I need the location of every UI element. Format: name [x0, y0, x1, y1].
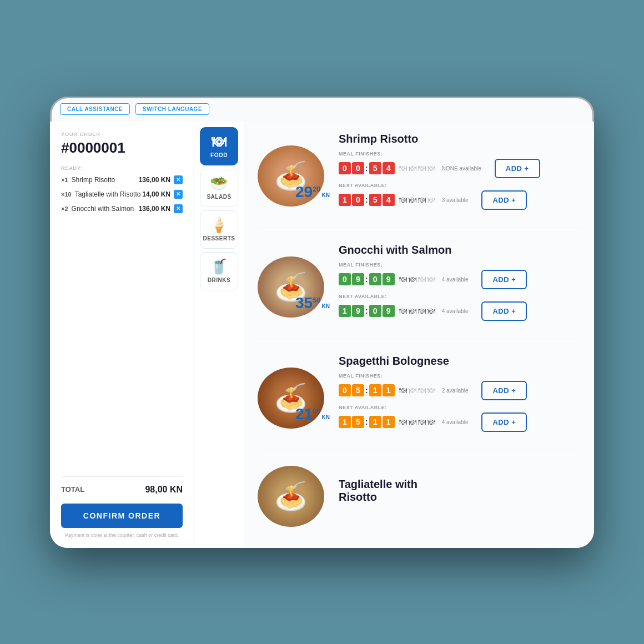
total-label: TOTAL	[61, 485, 84, 494]
menu-item-name: Gnocchi with Salmon	[339, 244, 581, 256]
category-drinks-label: DRINKS	[208, 277, 230, 283]
order-item: ×1 Shrimp Risotto 136,00 KN ✕	[61, 175, 183, 184]
menu-item-name: Shrimp Risotto	[339, 133, 581, 145]
time-d3: 0	[369, 305, 381, 317]
category-desserts[interactable]: 🍦 DESSERTS	[200, 210, 238, 249]
food-image-shrimp: 🍝 2920KN	[258, 145, 330, 201]
avail-row-next: 1 0 : 5 4 🍽 🍽 🍽 🍽	[339, 194, 468, 206]
menu-info-spaghetti: Spagetthi Bolognese MEAL FINISHES: 0 5 :…	[339, 355, 581, 436]
item-price: 136,00 KN	[139, 205, 170, 213]
time-d1: 1	[339, 194, 351, 206]
seat-1: 🍽	[399, 195, 407, 204]
seat-4: 🍽	[427, 417, 435, 426]
item-price: 14,00 KN	[142, 190, 170, 198]
current-avail-count: NONE available	[442, 165, 481, 172]
add-spaghetti-next-button[interactable]: ADD +	[481, 412, 527, 432]
seat-4: 🍽	[427, 195, 435, 204]
seat-2: 🍽	[409, 417, 416, 426]
avail-row-current: 0 9 : 0 9 🍽 🍽 🍽 🍽	[339, 273, 468, 285]
time-d3: 0	[369, 273, 381, 285]
food-image-tagliatelle: 🍝	[258, 466, 330, 521]
current-availability: MEAL FINISHES: 0 0 : 5 4	[339, 151, 581, 178]
time-d2: 0	[352, 162, 364, 174]
divider	[61, 476, 183, 477]
current-avail-count: 4 available	[442, 276, 469, 283]
food-photo-tagliatelle: 🍝	[258, 466, 324, 527]
category-desserts-label: DESSERTS	[203, 235, 235, 242]
add-shrimp-next-button[interactable]: ADD +	[481, 190, 527, 210]
seat-2: 🍽	[409, 164, 416, 173]
food-price-spaghetti: 2190KN	[295, 406, 330, 422]
current-avail-count: 2 available	[442, 388, 469, 394]
next-avail-row: 1 9 : 0 9 🍽 🍽 🍽 🍽	[339, 301, 581, 321]
remove-item-button[interactable]: ✕	[174, 190, 183, 199]
switch-language-button[interactable]: SWITCH LANGUAGE	[135, 103, 209, 115]
seat-icons-current: 🍽 🍽 🍽 🍽	[399, 275, 435, 284]
order-number: #0000001	[61, 139, 183, 157]
menu-item-gnocchi: 🍝 3550KN Gnocchi with Salmon MEAL FINISH…	[258, 244, 581, 339]
current-avail-row: 0 0 : 5 4 🍽 🍽 🍽 🍽	[339, 159, 581, 178]
avail-row-next: 1 5 : 1 1 🍽 🍽 🍽 🍽	[339, 416, 468, 428]
time-d3: 5	[369, 194, 381, 206]
category-salads[interactable]: 🥗 SALADS	[200, 169, 238, 207]
item-name: Gnocchi with Salmon	[72, 205, 139, 213]
time-d4: 9	[383, 273, 395, 285]
main-area: YOUR ORDER #0000001 READY: ×1 Shrimp Ris…	[50, 122, 594, 548]
meal-finishes-label: MEAL FINISHES:	[339, 151, 581, 157]
remove-item-button[interactable]: ✕	[174, 204, 183, 213]
current-time-display: 0 5 : 1 1	[339, 384, 395, 396]
seat-icons-next: 🍽 🍽 🍽 🍽	[399, 306, 435, 315]
seat-2: 🍽	[409, 386, 416, 395]
seat-1: 🍽	[399, 386, 407, 395]
next-avail-count: 3 available	[442, 197, 469, 203]
next-time-display: 1 0 : 5 4	[339, 194, 395, 206]
menu-info-gnocchi: Gnocchi with Salmon MEAL FINISHES: 0 9 :…	[339, 244, 581, 325]
menu-item-tagliatelle: 🍝 Tagliatelle withRisotto	[258, 466, 581, 521]
order-item: ×10 Tagliatelle with Risotto 14,00 KN ✕	[61, 190, 183, 199]
current-avail-row: 0 5 : 1 1 🍽 🍽 🍽 🍽	[339, 381, 581, 400]
next-available-label: NEXT AVAILABLE:	[339, 183, 581, 188]
category-food[interactable]: 🍽 FOOD	[200, 127, 238, 165]
current-availability: MEAL FINISHES: 0 5 : 1 1	[339, 373, 581, 400]
add-spaghetti-current-button[interactable]: ADD +	[481, 381, 527, 400]
call-assistance-button[interactable]: CALL ASSISTANCE	[60, 103, 130, 115]
time-d4: 1	[383, 416, 395, 428]
time-d1: 0	[339, 384, 351, 396]
payment-note: Payment is done at the counter, cash or …	[61, 532, 183, 538]
add-shrimp-current-button[interactable]: ADD +	[495, 159, 540, 178]
seat-icons-next: 🍽 🍽 🍽 🍽	[399, 417, 435, 426]
time-d4: 1	[383, 384, 395, 396]
time-d4: 9	[383, 305, 395, 317]
category-drinks[interactable]: 🥤 DRINKS	[200, 252, 238, 290]
next-availability: NEXT AVAILABLE: 1 0 : 5 4	[339, 183, 581, 210]
seat-1: 🍽	[399, 306, 407, 315]
order-item: ×2 Gnocchi with Salmon 136,00 KN ✕	[61, 204, 183, 213]
ready-label: READY:	[61, 165, 183, 171]
add-gnocchi-current-button[interactable]: ADD +	[481, 270, 527, 289]
menu-item-shrimp-risotto: 🍝 2920KN Shrimp Risotto MEAL FINISHES: 0	[258, 133, 581, 228]
total-price: 98,00 KN	[145, 485, 183, 495]
next-avail-count: 4 available	[442, 308, 469, 314]
add-gnocchi-next-button[interactable]: ADD +	[481, 301, 527, 321]
menu-item-name: Tagliatelle withRisotto	[339, 478, 581, 504]
time-d3: 5	[369, 162, 381, 174]
time-d1: 0	[339, 273, 351, 285]
remove-item-button[interactable]: ✕	[174, 175, 183, 184]
meal-finishes-label: MEAL FINISHES:	[339, 262, 581, 268]
drinks-icon: 🥤	[210, 259, 228, 274]
order-items-list: ×1 Shrimp Risotto 136,00 KN ✕ ×10 Taglia…	[61, 175, 183, 469]
food-icon: 🍽	[212, 134, 227, 149]
food-image-gnocchi: 🍝 3550KN	[258, 256, 330, 312]
menu-info-tagliatelle: Tagliatelle withRisotto	[339, 478, 581, 509]
seat-2: 🍽	[409, 195, 416, 204]
seat-3: 🍽	[418, 386, 426, 395]
food-price-shrimp: 2920KN	[295, 184, 330, 200]
next-available-label: NEXT AVAILABLE:	[339, 294, 581, 299]
time-d2: 0	[352, 194, 364, 206]
confirm-order-button[interactable]: CONFIRM ORDER	[61, 504, 183, 528]
time-d2: 9	[352, 273, 364, 285]
food-price-gnocchi: 3550KN	[295, 295, 330, 311]
next-availability: NEXT AVAILABLE: 1 5 : 1 1	[339, 405, 581, 432]
time-d1: 1	[339, 305, 351, 317]
menu-info-shrimp: Shrimp Risotto MEAL FINISHES: 0 0 : 5 4	[339, 133, 581, 214]
